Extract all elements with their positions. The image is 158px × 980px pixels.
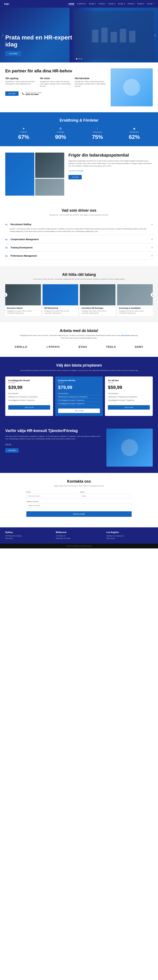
partner-col1-text: Sample text. Click to select the text bo… <box>5 80 37 85</box>
accordion-arrow-1: ∧ <box>151 223 153 225</box>
talent-card-title-1: Executive Search <box>7 307 39 309</box>
talent-card-body-3: Innovativa HR-lösningar Paragraph lorem … <box>80 305 115 316</box>
talent-card-text-4: Paragraph lorem ipsum dolor sit amet, co… <box>119 310 151 314</box>
why-image <box>106 429 153 466</box>
nav-page6[interactable]: PAGE 6 <box>137 3 144 5</box>
pricing-card-enterprise: Enterprise HR-Plan Allt i det $79,99 HR-… <box>55 377 103 416</box>
pricing-feature: Grundläggande Anvädar- Programma <box>108 399 150 402</box>
accordion-num-4: 04. <box>5 255 8 257</box>
pricing-card-pro: Pro HR-plan Allt i det $59,99 HR-handsjo… <box>105 377 153 416</box>
footer-addr-sydney: 45 Pirrama Rd. Sydney,NSW 2021 <box>5 535 52 540</box>
pricing-features-pro: HR-handsjobb Utbildning och rekrytering … <box>108 392 150 402</box>
talent-card-4: Screening av kandidater Paragraph lorem … <box>117 284 153 316</box>
form-field-name: Namn <box>80 491 132 498</box>
accordion-arrow-3: ∨ <box>151 246 153 248</box>
arbeta-title: Arbeta med de bästa! <box>5 329 153 333</box>
partner-col2-title: Vår vision <box>40 77 72 80</box>
accordion-header-4[interactable]: 04. Performance Management ∨ <box>5 254 153 258</box>
talent-title: Att hitta rätt talang <box>5 272 153 277</box>
leadership-link[interactable]: Läs mer om Groups <box>68 170 153 172</box>
talent-card-title-4: Screening av kandidater <box>119 307 151 309</box>
stats-items: ★ Frilanser 67% ⚙ Träningar 90% ↑ Rekryt… <box>5 127 153 140</box>
partner-columns: Vårt uppdrag Sample text. Click to selec… <box>5 77 106 88</box>
pricing-btn-basic[interactable]: VÄLJ PLAN <box>8 405 50 410</box>
pricing-plan-name-enterprise: Enterprise HR-Plan <box>58 379 100 382</box>
hero-section: Prata med en HR-expert idag LÄS MER ‹ › <box>0 8 158 62</box>
leadership-img-1 <box>5 153 34 196</box>
partner-more-button[interactable]: LÄS MER <box>5 91 19 96</box>
contact-subtitle: Några frågor eller kommentarer? Skriv ba… <box>5 485 153 487</box>
pricing-plan-name-pro: Pro HR-plan <box>108 379 150 382</box>
footer-col-melbourne: Melbourne 144 Gillies St,Melbourne VIC 3… <box>56 531 102 540</box>
accordion-header-2[interactable]: 02. Compensation Management ∨ <box>5 237 153 241</box>
stats-section: Ersättning & Fördelar ★ Frilanser 67% ⚙ … <box>0 112 158 146</box>
contact-section: Kontakta oss Några frågor eller kommenta… <box>0 473 158 527</box>
talent-card-body-1: Executive Search Paragraph lorem ipsum d… <box>5 305 41 316</box>
talent-card-text-2: Paragraph lorem ipsum dolor sit amet, co… <box>44 310 76 314</box>
hero-dot-2[interactable] <box>78 58 80 59</box>
footer-city-la: Los Angeles <box>106 531 153 533</box>
talent-next-arrow[interactable]: › <box>151 293 155 297</box>
nav-page3[interactable]: PAGE 3 <box>109 3 115 5</box>
contact-title: Kontakta oss <box>5 479 153 484</box>
partner-actions: LÄS MER 📞 Ring 24 timmar / 7 dagar (382)… <box>5 91 106 96</box>
pricing-subtitle: Vår prissättning anpassas exklusivt för … <box>5 369 153 372</box>
talent-prev-arrow[interactable]: ‹ <box>3 293 7 297</box>
driver-subtitle: Sample text. Click to select the text bo… <box>5 214 153 216</box>
stat-mentorskap-label: Mentorskap <box>116 131 153 133</box>
leadership-more-button[interactable]: LÄS MER <box>68 175 82 179</box>
hero-prev-arrow[interactable]: ‹ <box>2 33 3 38</box>
submit-button[interactable]: SKICKLANDE <box>26 511 132 517</box>
name-input[interactable] <box>80 493 132 498</box>
pricing-per-enterprise: Allt i det <box>58 382 100 383</box>
form-row-2: Telefon nummer <box>26 501 132 508</box>
why-link[interactable]: Läs mer <box>5 443 102 445</box>
talent-card-body-2: HR Rekrytering Paragraph lorem ipsum dol… <box>43 305 78 316</box>
footer-city-sydney: Sydney <box>5 531 52 533</box>
pricing-feature: Grundläggande Anvädar- Programma <box>58 399 100 402</box>
nav-home[interactable]: HOME <box>68 3 74 5</box>
talent-card-3: Innovativa HR-lösningar Paragraph lorem … <box>80 284 115 316</box>
nav-page5[interactable]: PAGE 5 <box>128 3 134 5</box>
accordion-arrow-4: ∨ <box>151 255 153 257</box>
nav-page2[interactable]: PAGE 2 <box>99 3 106 5</box>
pricing-features-enterprise: HR-handsjobb Utbildning och rekrytering … <box>58 392 100 406</box>
pricing-price-pro: $59,99 <box>108 385 150 390</box>
accordion-header-1[interactable]: 01. Recruitment Staffing ∧ <box>5 222 153 226</box>
phone-input[interactable] <box>26 503 132 508</box>
phone-label: Telefon nummer <box>26 501 132 503</box>
stat-frilanser: ★ Frilanser 67% <box>5 127 42 140</box>
mentorskap-icon: ◆ <box>116 127 153 130</box>
hero-dot-3[interactable] <box>81 58 82 59</box>
hero-cta-button[interactable]: LÄS MER <box>5 51 21 56</box>
hero-content: Prata med en HR-expert idag LÄS MER <box>5 34 73 56</box>
why-more-button[interactable]: LÄS MER <box>5 448 19 453</box>
stat-frilanser-value: 67% <box>5 134 42 140</box>
footer-col-la: Los Angeles 108 Main St, Nobody, CA93023… <box>106 531 153 540</box>
pricing-btn-enterprise[interactable]: VÄLJ PLAN <box>58 409 100 413</box>
accordion-item-1: 01. Recruitment Staffing ∧ Answer: Lorem… <box>5 220 153 235</box>
pricing-plan-name-basic: Grundläggande HR-plan <box>8 379 50 382</box>
accordion-num-2: 02. <box>5 239 8 240</box>
footer-col-sydney: Sydney 45 Pirrama Rd. Sydney,NSW 2021 <box>5 531 52 540</box>
talent-card-img-1 <box>5 284 41 305</box>
name-label: Namn <box>80 491 132 493</box>
why-content: Varför välja HR-konsult Tjänster/Företag… <box>5 429 102 453</box>
nav-contact[interactable]: CONTACT <box>77 3 86 5</box>
accordion-item-2: 02. Compensation Management ∨ <box>5 235 153 243</box>
leadership-img-3 <box>35 179 64 196</box>
hero-next-arrow[interactable]: › <box>155 33 156 38</box>
talent-section: Att hitta rätt talang Lorem ipsum dolor … <box>0 266 158 322</box>
footer-bottom: © 2023 HR Solutions. All rights reserved… <box>0 544 158 549</box>
stat-rekrytering: ↑ Rekrytering 75% <box>79 127 116 140</box>
nav-page1[interactable]: PAGE 1 <box>89 3 96 5</box>
pricing-btn-pro[interactable]: VÄLJ PLAN <box>108 405 150 410</box>
nav-page4[interactable]: PAGE 4 <box>118 3 125 5</box>
hero-dot-1[interactable] <box>76 58 77 59</box>
email-input[interactable] <box>26 493 78 498</box>
stat-frilanser-label: Frilanser <box>5 131 42 133</box>
stat-traningar-label: Träningar <box>42 131 79 133</box>
accordion-header-3[interactable]: 03. Training Development ∨ <box>5 245 153 249</box>
nav-page7[interactable]: PAGE 7 <box>147 3 154 5</box>
why-text: Erat lorem felis ex malesuada In vulputa… <box>5 435 102 440</box>
